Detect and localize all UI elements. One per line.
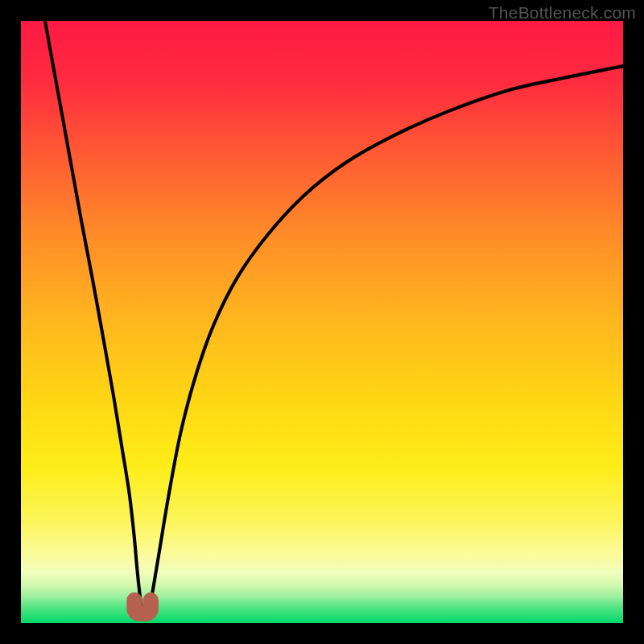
plot-area: [21, 21, 623, 623]
curve-layer: [21, 21, 623, 623]
watermark-text: TheBottleneck.com: [489, 3, 636, 23]
chart-frame: TheBottleneck.com: [0, 0, 644, 644]
optimum-marker: [134, 601, 151, 613]
bottleneck-curve: [45, 21, 623, 614]
